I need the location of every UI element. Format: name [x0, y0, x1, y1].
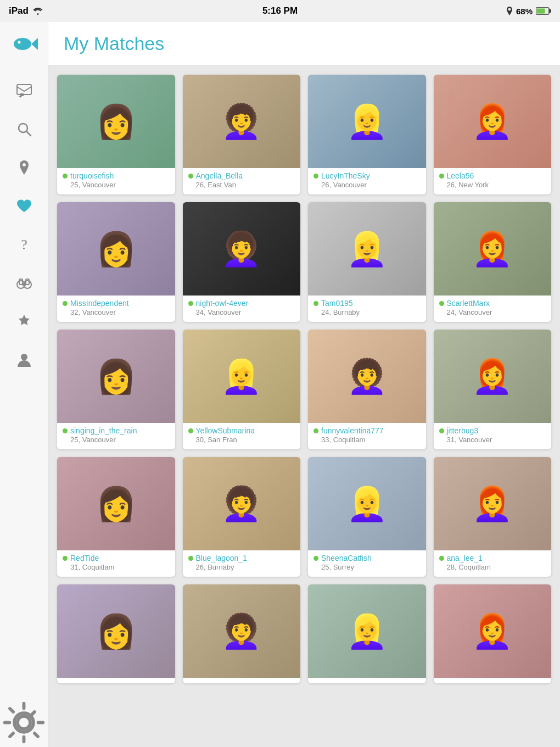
- location-icon: [506, 7, 513, 15]
- match-photo-face: 👩: [57, 457, 175, 550]
- match-username-label: ScarlettMarx: [447, 299, 490, 308]
- match-photo: 👩‍🦱: [183, 457, 301, 550]
- match-username-row: funnyvalentina777: [313, 426, 421, 435]
- match-info: night-owl-4ever34, Vancouver: [183, 296, 301, 316]
- sidebar-item-questions[interactable]: ?: [0, 225, 48, 264]
- match-info: Blue_lagoon_126, Burnaby: [183, 550, 301, 571]
- match-photo-face: 👩: [57, 330, 175, 423]
- sidebar-item-messages[interactable]: [0, 71, 48, 110]
- match-username-row: RedTide: [63, 554, 170, 562]
- match-details-label: 32, Vancouver: [63, 308, 170, 316]
- match-username-row: turquoisefish: [63, 171, 170, 180]
- match-details-label: 26, New York: [439, 181, 546, 189]
- match-username-label: funnyvalentina777: [321, 426, 384, 435]
- sidebar-item-profile[interactable]: [0, 341, 48, 379]
- sidebar-settings[interactable]: [0, 703, 48, 742]
- match-username-row: Blue_lagoon_1: [188, 554, 295, 562]
- match-card[interactable]: 👱‍♀️LucyInTheSky26, Vancouver: [308, 75, 426, 194]
- match-photo-face: 👩‍🦰: [434, 330, 552, 423]
- sidebar-item-location[interactable]: [0, 148, 48, 187]
- sidebar-item-binoculars[interactable]: [0, 264, 48, 302]
- person-icon: [16, 352, 32, 368]
- status-bar: iPad 5:16 PM 68%: [0, 0, 560, 22]
- match-username-row: SheenaCatfish: [313, 554, 421, 562]
- svg-rect-2: [537, 9, 545, 14]
- match-details-label: 25, Vancouver: [63, 436, 170, 444]
- online-status-dot: [63, 556, 68, 561]
- match-username-label: singing_in_the_rain: [70, 426, 137, 435]
- match-username-label: SheenaCatfish: [321, 554, 372, 562]
- online-status-dot: [313, 556, 318, 561]
- match-card[interactable]: 👱‍♀️: [308, 584, 426, 683]
- match-photo: 👱‍♀️: [308, 202, 426, 296]
- match-username-label: LucyInTheSky: [321, 171, 370, 180]
- match-card[interactable]: 👩RedTide31, Coquitlam: [57, 457, 175, 577]
- match-card[interactable]: 👩‍🦱Blue_lagoon_126, Burnaby: [183, 457, 301, 577]
- match-username-label: YellowSubmarina: [196, 426, 255, 435]
- heart-icon: [16, 198, 32, 214]
- match-username-row: ScarlettMarx: [439, 299, 546, 308]
- match-details-label: 31, Vancouver: [439, 436, 546, 444]
- svg-point-17: [21, 354, 27, 360]
- match-card[interactable]: 👩‍🦰: [434, 584, 552, 683]
- match-photo: 👩: [57, 457, 175, 550]
- match-details-label: 24, Burnaby: [313, 308, 421, 316]
- match-photo-face: 👩: [57, 202, 175, 296]
- match-card[interactable]: 👱‍♀️Tam019524, Burnaby: [308, 202, 426, 322]
- search-icon: [16, 121, 32, 137]
- app-layout: ?: [0, 22, 560, 747]
- match-card[interactable]: 👩‍🦱: [183, 584, 301, 683]
- app-logo[interactable]: [8, 27, 41, 60]
- match-details-label: 25, Surrey: [313, 563, 421, 571]
- match-card[interactable]: 👱‍♀️SheenaCatfish25, Surrey: [308, 457, 426, 577]
- sidebar-item-search[interactable]: [0, 110, 48, 148]
- match-username-row: jitterbug3: [439, 426, 546, 435]
- match-card[interactable]: 👩turquoisefish25, Vancouver: [57, 75, 175, 194]
- match-card[interactable]: 👩‍🦰Leela5626, New York: [434, 75, 552, 194]
- match-photo: 👩: [57, 584, 175, 678]
- online-status-dot: [439, 556, 444, 561]
- online-status-dot: [313, 174, 318, 179]
- match-photo: 👩‍🦱: [183, 584, 301, 678]
- match-card[interactable]: 👩‍🦱night-owl-4ever34, Vancouver: [183, 202, 301, 322]
- match-info: MissIndependent32, Vancouver: [57, 296, 175, 316]
- binoculars-icon: [16, 275, 32, 291]
- match-info: jitterbug331, Vancouver: [434, 423, 552, 444]
- match-card[interactable]: 👩singing_in_the_rain25, Vancouver: [57, 330, 175, 449]
- online-status-dot: [439, 301, 444, 306]
- match-card[interactable]: 👩: [57, 584, 175, 683]
- sidebar: ?: [0, 22, 48, 747]
- match-details-label: 24, Vancouver: [439, 308, 546, 316]
- match-photo-face: 👩‍🦰: [434, 202, 552, 296]
- match-photo-face: 👩‍🦱: [183, 457, 301, 550]
- match-info: SheenaCatfish25, Surrey: [308, 550, 426, 571]
- sidebar-item-favorites[interactable]: [0, 302, 48, 341]
- matches-grid: 👩turquoisefish25, Vancouver👩‍🦱Angella_Be…: [48, 66, 560, 747]
- match-username-label: ana_lee_1: [447, 554, 483, 562]
- svg-rect-15: [19, 279, 23, 285]
- match-photo-face: 👱‍♀️: [308, 457, 426, 550]
- settings-gear-icon: [0, 699, 48, 746]
- match-card[interactable]: 👩‍🦰jitterbug331, Vancouver: [434, 330, 552, 449]
- match-card[interactable]: 👩MissIndependent32, Vancouver: [57, 202, 175, 322]
- match-card[interactable]: 👱‍♀️YellowSubmarina30, San Fran: [183, 330, 301, 449]
- match-username-label: Blue_lagoon_1: [196, 554, 247, 562]
- match-card[interactable]: 👩‍🦱funnyvalentina77733, Coquitlam: [308, 330, 426, 449]
- match-username-label: turquoisefish: [70, 171, 114, 180]
- match-photo-face: 👩‍🦰: [434, 457, 552, 550]
- match-photo: 👩‍🦱: [183, 75, 301, 168]
- match-card[interactable]: 👩‍🦰ScarlettMarx24, Vancouver: [434, 202, 552, 322]
- online-status-dot: [188, 301, 193, 306]
- match-card[interactable]: 👩‍🦱Angella_Bella26, East Van: [183, 75, 301, 194]
- match-username-label: Tam0195: [321, 299, 353, 308]
- match-photo: 👩: [57, 202, 175, 296]
- match-username-label: night-owl-4ever: [196, 299, 249, 308]
- carrier-label: iPad: [9, 5, 29, 16]
- match-photo: 👱‍♀️: [308, 75, 426, 168]
- status-right: 68%: [506, 7, 551, 16]
- sidebar-item-matches[interactable]: [0, 187, 48, 225]
- svg-point-3: [14, 38, 31, 50]
- match-photo: 👩‍🦰: [434, 202, 552, 296]
- match-photo-face: 👱‍♀️: [308, 75, 426, 168]
- match-card[interactable]: 👩‍🦰ana_lee_128, Coquitlam: [434, 457, 552, 577]
